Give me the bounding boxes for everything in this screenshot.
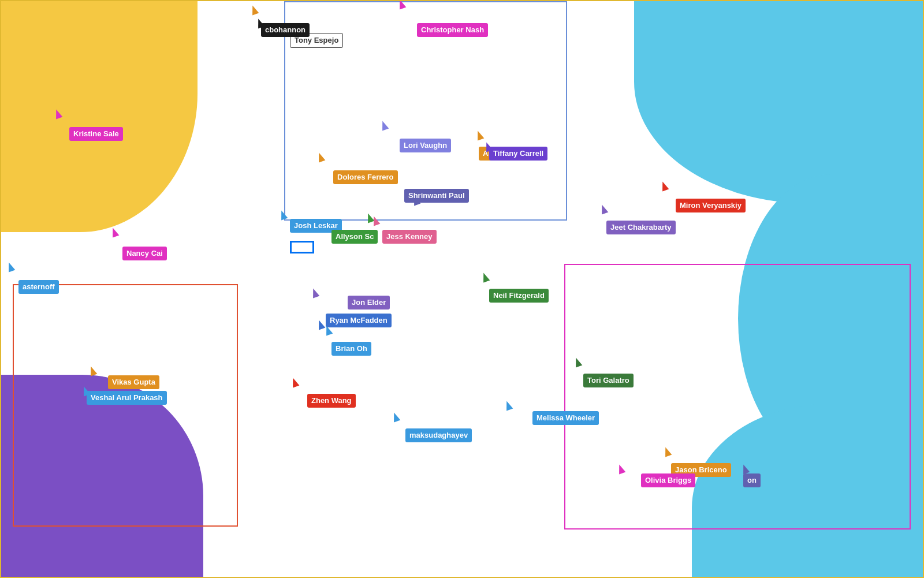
name-tag: Ryan McFadden [326,314,392,327]
name-tag: Veshal Arul Prakash [87,391,167,405]
name-tag: Tori Galatro [583,374,634,387]
name-tag: Lori Vaughn [400,139,451,152]
high-five-box [290,241,314,253]
blob-blue-top [634,1,923,203]
name-tag: asternoff [18,280,59,294]
name-tag: cbohannon [261,23,310,37]
name-tag: Dolores Ferrero [333,170,398,184]
name-tag: Olivia Briggs [641,473,695,487]
blob-yellow [1,1,198,232]
name-tag: Christopher Nash [417,23,488,37]
name-tag: Miron Veryanskiy [676,199,746,212]
region-red-bottom-left [13,284,238,527]
name-tag: Neil Fitzgerald [489,289,549,303]
name-tag: Jon Elder [348,296,390,309]
name-tag: Zhen Wang [307,394,356,408]
region-magenta-bottom-right [564,264,911,529]
name-tag: Jess Kenney [382,230,437,244]
name-tag: on [743,473,761,487]
name-tag: Kristine Sale [69,127,123,141]
name-tag: Nancy Cai [122,247,167,260]
name-tag: Brian Oh [331,342,371,356]
name-tag: Vikas Gupta [108,375,159,389]
name-tag: Melissa Wheeler [532,411,599,425]
name-tag: maksudaghayev [405,428,472,442]
name-tag: Shrinwanti Paul [404,189,469,203]
name-tag: Tiffany Carrell [489,147,547,161]
canvas: Tony EspejocbohannonChristopher NashKris… [0,0,924,578]
name-tag: Allyson Sc [331,230,378,244]
name-tag: Jeet Chakrabarty [606,221,676,234]
